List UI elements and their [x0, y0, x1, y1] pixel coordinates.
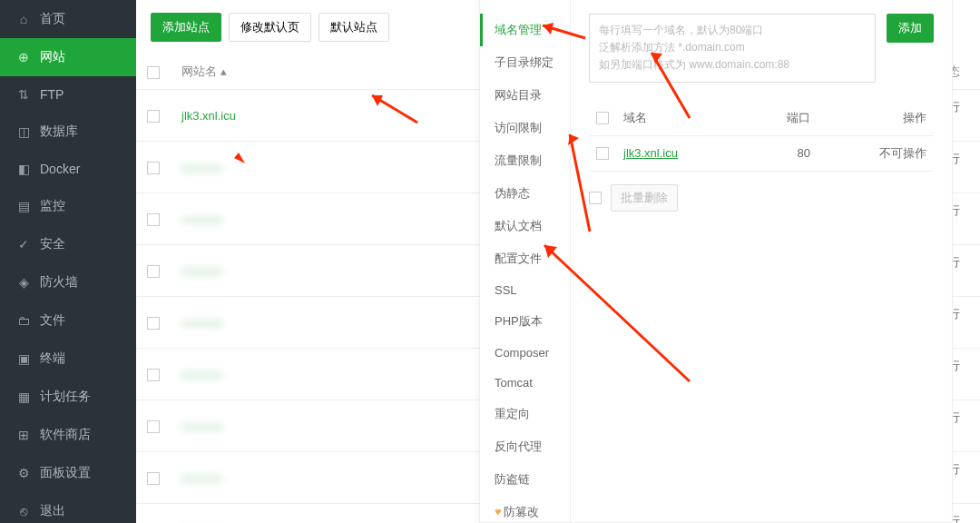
modal-nav-item[interactable]: PHP版本 [480, 305, 570, 338]
sidebar-icon: ▦ [16, 390, 31, 404]
col-domain: 域名 [616, 101, 746, 136]
sidebar-icon: ▣ [16, 351, 31, 366]
site-name[interactable]: xxxxxxx [181, 419, 223, 433]
row-checkbox[interactable] [147, 265, 160, 278]
domain-name-link[interactable]: jlk3.xnl.icu [623, 146, 678, 160]
sidebar-label: Docker [40, 162, 80, 176]
row-checkbox[interactable] [147, 420, 160, 433]
modal-nav-item[interactable]: SSL [480, 275, 570, 305]
domain-table: 域名 端口 操作 jlk3.xnl.icu 80 不可操作 [589, 101, 934, 172]
modal-nav-item[interactable]: Tomcat [480, 368, 570, 398]
site-name[interactable]: xxxxxxx [181, 264, 223, 278]
batch-checkbox[interactable] [589, 192, 602, 204]
site-name-link[interactable]: jlk3.xnl.icu [181, 109, 236, 123]
sidebar-item-2[interactable]: ⇅FTP [0, 76, 136, 113]
row-checkbox[interactable] [147, 472, 160, 485]
main-content: 添加站点 修改默认页 默认站点 网站名 ▴ 状态 jlk3.xnl.icu运行中… [136, 0, 980, 523]
modal-nav-item[interactable]: 防盗链 [480, 463, 570, 496]
modal-nav-item[interactable]: 子目录绑定 [480, 46, 570, 79]
col-port: 端口 [746, 101, 818, 136]
sidebar-item-0[interactable]: ⌂首页 [0, 0, 136, 38]
sidebar-item-7[interactable]: ◈防火墙 [0, 263, 136, 301]
site-name[interactable]: xxxxxxx [181, 471, 223, 485]
site-name[interactable]: xxxxxxx [181, 316, 223, 330]
modal-body: 每行填写一个域名，默认为80端口 泛解析添加方法 *.domain.com 如另… [571, 0, 952, 522]
sidebar-label: 面板设置 [40, 465, 91, 481]
sidebar-item-3[interactable]: ◫数据库 [0, 113, 136, 151]
sidebar-label: 计划任务 [40, 389, 91, 405]
sidebar-item-9[interactable]: ▣终端 [0, 340, 136, 378]
sidebar-item-10[interactable]: ▦计划任务 [0, 378, 136, 416]
modal-nav-item[interactable]: 默认文档 [480, 210, 570, 242]
sidebar-icon: 🗀 [16, 313, 31, 328]
sidebar-item-12[interactable]: ⚙面板设置 [0, 454, 136, 492]
domain-port: 80 [746, 135, 818, 171]
sidebar-icon: ⇅ [16, 87, 31, 102]
domain-textarea[interactable]: 每行填写一个域名，默认为80端口 泛解析添加方法 *.domain.com 如另… [589, 14, 876, 83]
modal-nav-item[interactable]: Composer [480, 338, 570, 368]
domain-checkbox[interactable] [596, 147, 609, 160]
sidebar-label: 软件商店 [40, 427, 91, 443]
sidebar-icon: ⎋ [16, 504, 31, 518]
modal-nav: 域名管理子目录绑定网站目录访问限制流量限制伪静态默认文档配置文件SSLPHP版本… [480, 0, 571, 522]
modal-nav-item[interactable]: 反向代理 [480, 430, 570, 463]
sidebar: ⌂首页⊕网站⇅FTP◫数据库◧Docker▤监控✓安全◈防火墙🗀文件▣终端▦计划… [0, 0, 136, 523]
row-checkbox[interactable] [147, 162, 160, 174]
sidebar-icon: ◫ [16, 124, 31, 139]
sidebar-label: FTP [40, 87, 64, 102]
sidebar-icon: ⚙ [16, 466, 31, 480]
modal-nav-item[interactable]: 伪静态 [480, 177, 570, 210]
sidebar-item-4[interactable]: ◧Docker [0, 151, 136, 187]
batch-row: 批量删除 [589, 184, 934, 212]
row-checkbox[interactable] [147, 317, 160, 330]
add-site-button[interactable]: 添加站点 [151, 13, 221, 42]
sidebar-icon: ▤ [16, 199, 31, 213]
sidebar-item-11[interactable]: ⊞软件商店 [0, 416, 136, 454]
shield-icon: ♥ [495, 505, 502, 518]
sidebar-item-6[interactable]: ✓安全 [0, 225, 136, 263]
site-name[interactable]: xxxxxxx [181, 161, 223, 174]
domain-select-all[interactable] [596, 112, 609, 124]
sidebar-label: 防火墙 [40, 274, 78, 291]
sidebar-label: 终端 [40, 350, 65, 367]
site-settings-modal: 域名管理子目录绑定网站目录访问限制流量限制伪静态默认文档配置文件SSLPHP版本… [479, 0, 953, 523]
default-site-button[interactable]: 默认站点 [318, 13, 389, 42]
row-checkbox[interactable] [147, 369, 160, 381]
sidebar-label: 数据库 [40, 123, 78, 140]
site-name[interactable]: xxxxxxx [181, 368, 223, 381]
select-all-checkbox[interactable] [147, 66, 160, 79]
edit-default-button[interactable]: 修改默认页 [229, 13, 311, 42]
domain-row: jlk3.xnl.icu 80 不可操作 [589, 135, 934, 171]
modal-nav-item[interactable]: 域名管理 [480, 14, 570, 46]
modal-nav-item[interactable]: 网站目录 [480, 79, 570, 112]
sidebar-item-8[interactable]: 🗀文件 [0, 301, 136, 340]
sidebar-item-5[interactable]: ▤监控 [0, 187, 136, 225]
add-domain-button[interactable]: 添加 [887, 14, 934, 43]
sidebar-icon: ⌂ [16, 12, 31, 26]
sidebar-icon: ◈ [16, 275, 31, 290]
sidebar-label: 安全 [40, 236, 65, 252]
domain-op: 不可操作 [818, 135, 934, 171]
row-checkbox[interactable] [147, 213, 160, 226]
modal-nav-item[interactable]: 配置文件 [480, 242, 570, 275]
sidebar-label: 监控 [40, 198, 65, 214]
row-checkbox[interactable] [147, 110, 160, 123]
modal-nav-item[interactable]: 流量限制 [480, 144, 570, 177]
modal-nav-item[interactable]: ♥防篡改 [480, 496, 570, 523]
sidebar-label: 文件 [40, 312, 65, 329]
sidebar-icon: ◧ [16, 162, 31, 176]
sidebar-label: 网站 [40, 49, 65, 65]
sidebar-icon: ⊞ [16, 428, 31, 442]
sidebar-item-1[interactable]: ⊕网站 [0, 38, 136, 76]
sidebar-label: 退出 [40, 503, 65, 519]
sidebar-label: 首页 [40, 11, 65, 27]
batch-delete-button[interactable]: 批量删除 [611, 184, 678, 212]
site-name[interactable]: xxxxxxx [181, 212, 223, 226]
col-op: 操作 [818, 101, 934, 136]
modal-nav-item[interactable]: 访问限制 [480, 112, 570, 144]
sidebar-item-13[interactable]: ⎋退出 [0, 492, 136, 523]
sidebar-icon: ✓ [16, 237, 31, 252]
modal-nav-item[interactable]: 重定向 [480, 398, 570, 430]
sidebar-icon: ⊕ [16, 50, 31, 64]
